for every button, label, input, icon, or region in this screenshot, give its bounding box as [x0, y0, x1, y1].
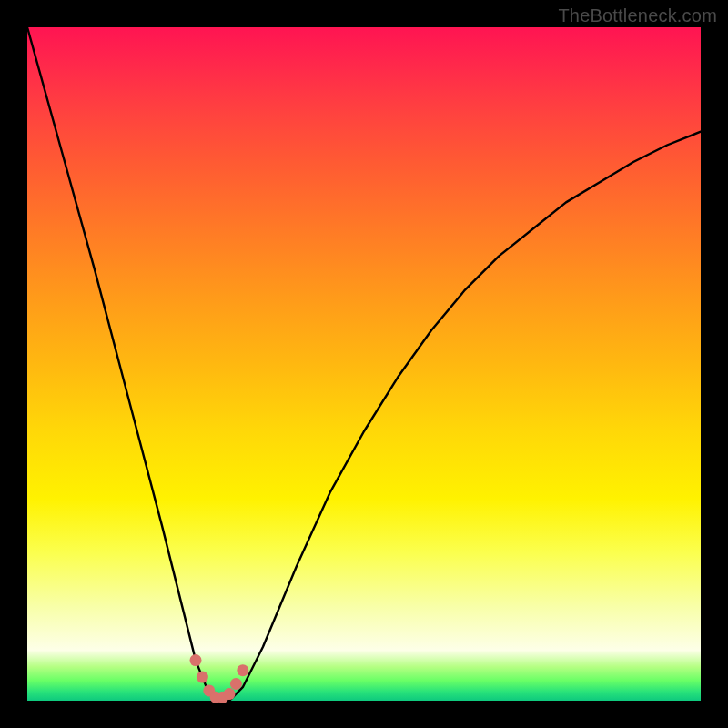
marker-dot: [230, 678, 242, 690]
chart-svg: [27, 27, 701, 701]
marker-dot: [197, 672, 208, 683]
marker-dot: [224, 688, 236, 700]
marker-dot: [190, 654, 202, 666]
marker-dots: [190, 654, 249, 703]
bottleneck-curve: [27, 27, 701, 701]
chart-frame: TheBottleneck.com: [0, 0, 728, 728]
watermark-text: TheBottleneck.com: [558, 5, 717, 26]
curve-path: [27, 27, 701, 701]
marker-dot: [237, 664, 248, 676]
plot-area: [27, 27, 701, 701]
